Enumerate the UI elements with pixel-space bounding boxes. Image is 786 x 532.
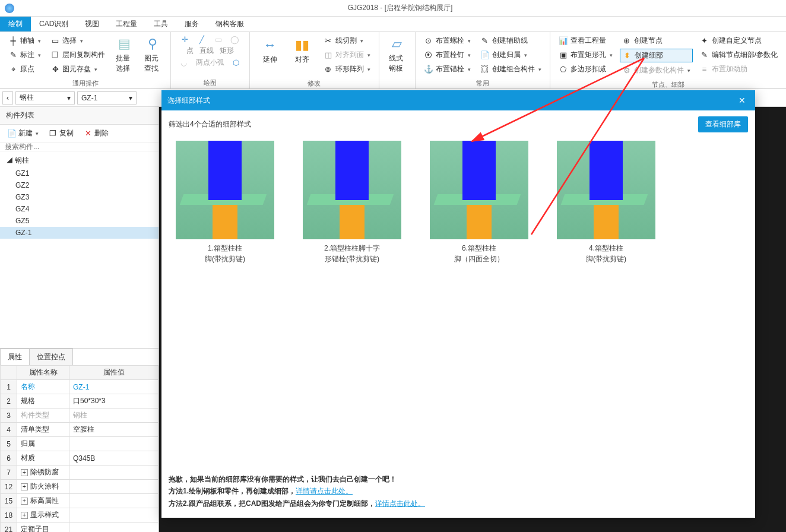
origin-button[interactable]: ⌖原点	[6, 63, 43, 75]
extend-icon: ↔	[262, 37, 278, 53]
select-button[interactable]: ▭选择▾	[48, 34, 107, 47]
dialog-title: 选择细部样式	[167, 96, 210, 106]
edit-node-detail-button[interactable]: ✎编辑节点细部/参数化	[698, 49, 780, 61]
prop-row[interactable]: 4清单类型空腹柱	[1, 423, 159, 437]
search-input[interactable]	[0, 142, 159, 151]
menu-view[interactable]: 视图	[77, 17, 107, 31]
tab-position[interactable]: 位置控点	[29, 349, 73, 365]
face-icon: ◫	[324, 50, 333, 60]
component-list-title: 构件列表	[0, 107, 159, 125]
property-table: 属性名称属性值 1名称GZ-12规格口50*30*33构件类型钢柱4清单类型空腹…	[0, 365, 159, 532]
tree-root[interactable]: ◢ 钢柱	[0, 154, 159, 167]
prop-row[interactable]: 7+除锈防腐	[1, 466, 159, 480]
poly-icon[interactable]: ⬡	[232, 58, 241, 68]
delete-button[interactable]: ✕删除	[80, 127, 112, 140]
prop-row[interactable]: 1名称GZ-1	[1, 380, 159, 394]
prop-row[interactable]: 12+防火涂料	[1, 480, 159, 494]
line-cut-button[interactable]: ✂线切割▾	[321, 34, 373, 47]
detail-card[interactable]: 1.箱型柱柱脚(带抗剪键)	[176, 141, 274, 264]
aux-axis-button[interactable]: ╪辅轴▾	[6, 34, 43, 47]
batch-icon: ▤	[116, 36, 132, 52]
menu-service[interactable]: 服务	[176, 17, 207, 31]
prop-row[interactable]: 3构件类型钢柱	[1, 408, 159, 423]
place-bolt-button[interactable]: ⊙布置螺栓▾	[421, 34, 473, 47]
stud-icon: ⦿	[424, 50, 433, 60]
anchor-icon: ⚓	[424, 65, 433, 74]
menu-tool[interactable]: 工具	[145, 17, 176, 31]
new-icon: 📄	[7, 129, 17, 138]
prop-row[interactable]: 18+显示样式	[1, 508, 159, 522]
prop-row[interactable]: 2规格口50*30*3	[1, 394, 159, 408]
tree-item-gz3[interactable]: GZ3	[0, 191, 159, 203]
align-button[interactable]: ▮▮对齐	[288, 34, 316, 67]
method2-link[interactable]: 详情点击此处。	[375, 499, 425, 508]
linear-plate-button[interactable]: ▱线式钢板	[383, 33, 411, 76]
belong-icon: 📄	[480, 50, 490, 60]
point-icon[interactable]: ✛	[180, 34, 190, 44]
prop-row[interactable]: 21定额子目	[1, 522, 159, 533]
place-stiffener-button[interactable]: ≡布置加劲肋	[698, 63, 780, 75]
app-title: GJG2018 - [启程学院钢结构展厅]	[19, 3, 781, 13]
left-panel: 构件列表 📄新建▾ ❐复制 ✕删除 ◢ 钢柱 GZ1 GZ2 GZ3 GZ4 G…	[0, 107, 159, 532]
menu-quantity[interactable]: 工程量	[107, 17, 145, 31]
menu-draw[interactable]: 绘制	[0, 17, 31, 31]
tab-properties[interactable]: 属性	[0, 349, 30, 365]
polygon-icon: ⬠	[559, 65, 568, 74]
method1-link[interactable]: 详情请点击此处。	[296, 487, 353, 495]
close-icon[interactable]: ✕	[735, 94, 749, 106]
place-anchor-button[interactable]: ⚓布置锚栓▾	[421, 63, 473, 75]
create-custom-node-button[interactable]: ✦创建自定义节点	[698, 34, 780, 47]
line-icon[interactable]: ╱	[197, 34, 207, 44]
menu-cad[interactable]: CAD识别	[31, 17, 77, 31]
detail-card[interactable]: 4.箱型柱柱脚(带抗剪键)	[557, 141, 655, 264]
polygon-deduct-button[interactable]: ⬠多边形扣减	[556, 63, 615, 75]
component-toolbar: 📄新建▾ ❐复制 ✕删除	[0, 125, 159, 142]
view-library-button[interactable]: 查看细部库	[698, 116, 748, 132]
composite-icon: ⿴	[480, 65, 490, 74]
align-icon: ▮▮	[294, 37, 310, 53]
view-quantity-button[interactable]: 📊查看工程量	[556, 34, 615, 47]
circle-icon[interactable]: ◯	[230, 34, 240, 44]
detail-card[interactable]: 2.箱型柱柱脚十字形锚栓(带抗剪键)	[303, 141, 401, 264]
arc-icon[interactable]: ◡	[179, 58, 189, 68]
menu-bar: 绘制 CAD识别 视图 工程量 工具 服务 钢构客服	[0, 17, 786, 32]
place-stud-button[interactable]: ⦿布置栓钉▾	[421, 49, 473, 61]
rect-icon[interactable]: ▭	[214, 34, 223, 44]
bolt-icon: ⊙	[424, 36, 433, 46]
annotate-button[interactable]: ✎标注▾	[6, 49, 43, 61]
batch-select-button[interactable]: ▤批量选择	[110, 33, 138, 76]
create-node-button[interactable]: ⊕创建节点	[620, 34, 693, 47]
menu-support[interactable]: 钢构客服	[207, 17, 252, 31]
tree-item-gz1[interactable]: GZ1	[0, 167, 159, 179]
prop-row[interactable]: 15+标高属性	[1, 494, 159, 508]
tree-item-gz-1[interactable]: GZ-1	[0, 227, 159, 239]
create-guide-button[interactable]: ✎创建辅助线	[478, 34, 544, 47]
extend-button[interactable]: ↔延伸	[256, 34, 284, 67]
circular-array-button[interactable]: ⊚环形阵列▾	[321, 63, 373, 75]
place-rect-hole-button[interactable]: ▣布置矩形孔▾	[556, 49, 615, 61]
layer-copy-button[interactable]: ❐层间复制构件	[48, 49, 107, 61]
type-selector[interactable]: 钢柱▾	[15, 91, 75, 104]
property-area: 属性 位置控点 属性名称属性值 1名称GZ-12规格口50*30*33构件类型钢…	[0, 348, 159, 532]
plate-icon: ▱	[389, 36, 405, 52]
tree-item-gz4[interactable]: GZ4	[0, 203, 159, 215]
create-composite-button[interactable]: ⿴创建组合构件▾	[478, 63, 544, 75]
prop-row[interactable]: 5归属	[1, 437, 159, 451]
prop-row[interactable]: 6材质Q345B	[1, 451, 159, 466]
align-to-face-button[interactable]: ◫对齐到面▾	[321, 49, 373, 61]
detail-card[interactable]: 6.箱型柱柱脚（四面全切）	[430, 141, 528, 264]
create-belonging-button[interactable]: 📄创建归属▾	[478, 49, 544, 61]
param-icon: ⚙	[622, 66, 632, 75]
tree-item-gz5[interactable]: GZ5	[0, 215, 159, 227]
instance-selector[interactable]: GZ-1▾	[77, 91, 137, 104]
selector-prev[interactable]: ‹	[2, 91, 13, 104]
save-element-button[interactable]: ✥图元存盘▾	[48, 63, 107, 75]
tree-item-gz2[interactable]: GZ2	[0, 179, 159, 191]
custom-node-icon: ✦	[700, 36, 709, 46]
quantity-icon: 📊	[559, 36, 568, 46]
new-button[interactable]: 📄新建▾	[4, 127, 42, 140]
copy-button[interactable]: ❐复制	[45, 127, 77, 140]
element-lookup-button[interactable]: ⚲图元查找	[138, 33, 167, 76]
create-detail-button[interactable]: ⬍创建细部	[620, 49, 693, 62]
create-param-button[interactable]: ⚙创建参数化构件▾	[620, 64, 693, 77]
